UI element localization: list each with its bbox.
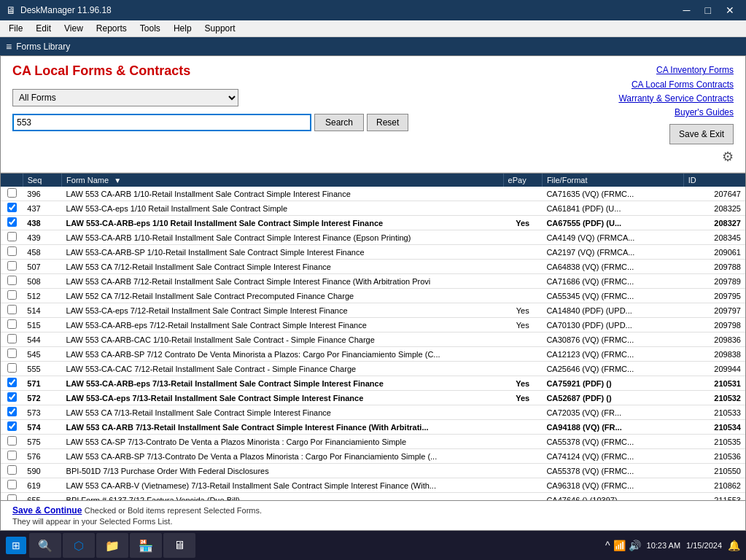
minimize-button[interactable]: ─: [677, 4, 696, 17]
row-checkbox-21[interactable]: [7, 494, 17, 500]
row-epay: [503, 274, 542, 289]
row-checkbox-cell: [1, 216, 23, 230]
row-id: 211553: [683, 493, 745, 501]
row-checkbox-1[interactable]: [7, 203, 17, 212]
maximize-button[interactable]: □: [699, 4, 717, 17]
row-seq: 458: [23, 245, 61, 260]
row-checkbox-0[interactable]: [7, 188, 17, 198]
row-checkbox-15[interactable]: [7, 407, 17, 416]
start-button[interactable]: ⊞: [6, 537, 26, 554]
row-checkbox-20[interactable]: [7, 480, 17, 489]
row-seq: 507: [23, 260, 61, 274]
row-file: CA72035 (VQ) (FR...: [542, 405, 683, 420]
row-checkbox-14[interactable]: [7, 392, 17, 402]
col-seq[interactable]: Seq: [23, 174, 61, 187]
row-checkbox-cell: [1, 201, 23, 216]
row-file: CA55378 (VQ) (FRMC...: [542, 435, 683, 449]
taskbar-deskmanager[interactable]: 🖥: [163, 533, 195, 558]
row-checkbox-5[interactable]: [7, 261, 17, 271]
taskbar-notifications[interactable]: 🔔: [728, 540, 740, 551]
row-epay: [503, 187, 542, 201]
menu-file[interactable]: File: [3, 22, 28, 35]
taskbar-sound[interactable]: 🔊: [629, 540, 641, 551]
menu-reports[interactable]: Reports: [90, 22, 133, 35]
link-buyers-guides[interactable]: Buyer's Guides: [618, 106, 734, 120]
row-checkbox-2[interactable]: [7, 217, 17, 227]
row-checkbox-16[interactable]: [7, 421, 17, 431]
taskbar-time: 10:23 AM: [647, 541, 680, 550]
save-exit-button[interactable]: Save & Exit: [669, 124, 734, 144]
row-checkbox-12[interactable]: [7, 363, 17, 373]
row-checkbox-18[interactable]: [7, 451, 17, 460]
row-checkbox-9[interactable]: [7, 319, 17, 329]
row-checkbox-19[interactable]: [7, 465, 17, 475]
search-input[interactable]: [12, 114, 311, 131]
row-file: CA64838 (VQ) (FRMC...: [542, 260, 683, 274]
window-controls: ─ □ ✕: [677, 4, 740, 17]
row-form-name: LAW 553 CA-ARB-CAC 1/10-Retail Installme…: [62, 332, 504, 347]
forms-dropdown[interactable]: All Forms Selected Forms: [12, 89, 238, 106]
table-container[interactable]: Seq Form Name ▼ ePay File/Format ID 396 …: [1, 173, 745, 500]
row-epay: [503, 201, 542, 216]
search-button[interactable]: Search: [314, 114, 364, 131]
taskbar-chevron[interactable]: ^: [605, 540, 610, 551]
table-row: 545 LAW 553 CA-ARB-SP 7/12 Contrato De V…: [1, 347, 745, 362]
row-checkbox-8[interactable]: [7, 305, 17, 314]
taskbar-edge[interactable]: ⬡: [63, 533, 95, 558]
taskbar-date: 1/15/2024: [686, 541, 722, 550]
row-form-name: LAW 553 CA-ARB 1/10-Retail Installment S…: [62, 187, 504, 201]
col-id[interactable]: ID: [683, 174, 745, 187]
row-form-name: LAW 553-CA-ARB-eps 7/12-Retail Installme…: [62, 318, 504, 332]
row-epay: [503, 405, 542, 420]
row-seq: 512: [23, 289, 61, 303]
row-checkbox-4[interactable]: [7, 246, 17, 256]
title-bar-title: DeskManager 11.96.18: [20, 5, 112, 15]
row-checkbox-11[interactable]: [7, 349, 17, 358]
row-file: CA55345 (VQ) (FRMC...: [542, 289, 683, 303]
menu-help[interactable]: Help: [168, 22, 198, 35]
row-seq: 590: [23, 464, 61, 478]
row-checkbox-3[interactable]: [7, 232, 17, 241]
title-bar: 🖥 DeskManager 11.96.18 ─ □ ✕: [0, 0, 746, 20]
col-epay[interactable]: ePay: [503, 174, 542, 187]
row-seq: 555: [23, 362, 61, 376]
row-checkbox-17[interactable]: [7, 436, 17, 446]
link-ca-inventory[interactable]: CA Inventory Forms: [618, 63, 734, 77]
menu-tools[interactable]: Tools: [134, 22, 166, 35]
row-form-name: LAW 552 CA 7/12-Retail Installment Sale …: [62, 289, 504, 303]
table-row: 555 LAW 553-CA-CAC 7/12-Retail Installme…: [1, 362, 745, 376]
reset-button[interactable]: Reset: [367, 114, 408, 131]
close-button[interactable]: ✕: [720, 4, 740, 17]
row-seq: 438: [23, 216, 61, 230]
link-ca-local-forms[interactable]: CA Local Forms Contracts: [618, 78, 734, 92]
row-form-name: BPI Form # 6137 7/12 Factura Vencida (Du…: [62, 493, 504, 501]
menu-edit[interactable]: Edit: [30, 22, 57, 35]
taskbar-explorer[interactable]: 📁: [96, 533, 128, 558]
link-warranty[interactable]: Warranty & Service Contracts: [618, 92, 734, 106]
row-checkbox-7[interactable]: [7, 290, 17, 300]
menu-support[interactable]: Support: [199, 22, 241, 35]
settings-icon[interactable]: ⚙: [722, 149, 734, 165]
save-continue-link[interactable]: Save & Continue: [12, 505, 82, 516]
main-window: CA Local Forms & Contracts All Forms Sel…: [0, 55, 746, 531]
table-row: 507 LAW 553 CA 7/12-Retail Installment S…: [1, 260, 745, 274]
row-id: 208325: [683, 201, 745, 216]
row-epay: [503, 449, 542, 464]
table-row: 508 LAW 553 CA-ARB 7/12-Retail Installme…: [1, 274, 745, 289]
taskbar-network[interactable]: 📶: [613, 540, 626, 551]
menu-view[interactable]: View: [58, 22, 89, 35]
row-seq: 545: [23, 347, 61, 362]
header-left: CA Local Forms & Contracts All Forms Sel…: [12, 63, 408, 131]
col-file-format[interactable]: File/Format: [542, 174, 683, 187]
forms-library-icon: ≡: [6, 41, 12, 52]
row-checkbox-10[interactable]: [7, 334, 17, 343]
taskbar-search[interactable]: 🔍: [29, 533, 61, 558]
col-form-name[interactable]: Form Name ▼: [62, 174, 504, 187]
row-form-name: BPI-501D 7/13 Purchase Order With Federa…: [62, 464, 504, 478]
taskbar: ⊞ 🔍 ⬡ 📁 🏪 🖥 ^ 📶 🔊 10:23 AM 1/15/2024 🔔: [0, 531, 746, 560]
taskbar-store[interactable]: 🏪: [130, 533, 162, 558]
row-checkbox-13[interactable]: [7, 378, 17, 387]
row-checkbox-6[interactable]: [7, 276, 17, 285]
footer-description-2: They will appear in your Selected Forms …: [12, 517, 734, 526]
row-seq: 572: [23, 391, 61, 405]
